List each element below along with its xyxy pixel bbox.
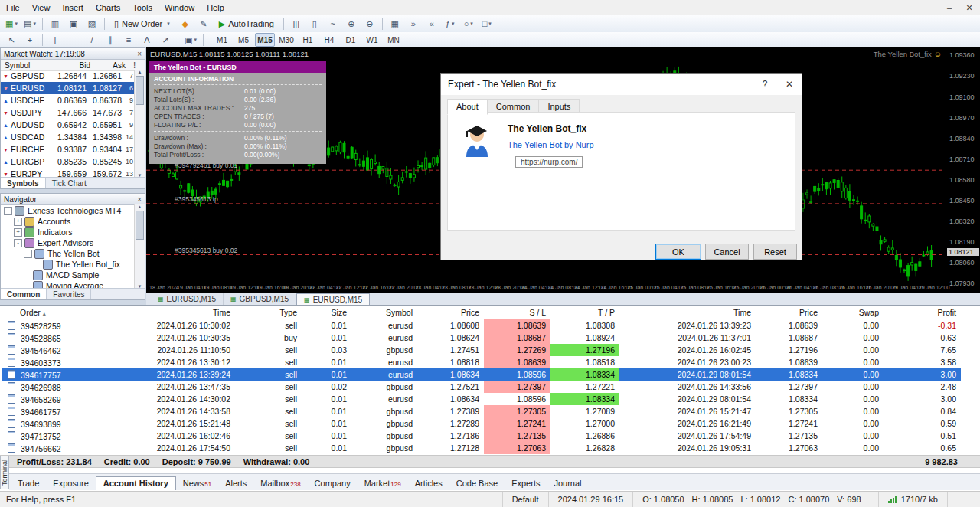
terminal-tab-market[interactable]: Market129	[358, 477, 408, 490]
history-row[interactable]: 3946617572024.01.26 14:33:58sell0.01gbpu…	[2, 405, 961, 417]
navigator-item-the-yellen-bot[interactable]: -The Yellen Bot	[1, 248, 135, 259]
scroll-thumb[interactable]	[136, 76, 144, 105]
reset-button[interactable]: Reset	[753, 244, 797, 260]
market-watch-row[interactable]: ▼EURUSD1.081211.081276	[1, 82, 135, 94]
history-row[interactable]: 3945464622024.01.26 11:10:50sell0.03gbpu…	[2, 344, 961, 356]
trendline-tool-button[interactable]: /	[83, 32, 100, 47]
history-row[interactable]: 3945288652024.01.26 10:30:35buy0.01eurus…	[2, 332, 961, 344]
column-header-profit-11[interactable]: Profit	[884, 306, 961, 319]
metaeditor-button[interactable]: ✎	[195, 16, 212, 31]
tree-toggle-icon[interactable]: -	[24, 250, 32, 258]
chart-shift-button[interactable]: «	[423, 16, 440, 31]
terminal-tab-trade[interactable]: Trade	[11, 477, 46, 490]
terminal-tab-mailbox[interactable]: Mailbox238	[253, 477, 307, 490]
history-row[interactable]: 3947566622024.01.26 17:54:50sell0.01gbpu…	[2, 442, 961, 454]
zoom-in-button[interactable]: ⊕	[343, 16, 360, 31]
navigator-item-the-yellen-bot-fix[interactable]: The Yellen Bot_fix	[1, 259, 135, 270]
column-spread[interactable]: !	[126, 61, 137, 70]
scroll-up-icon[interactable]: ▲	[138, 70, 142, 74]
column-header-symbol-4[interactable]: Symbol	[351, 306, 417, 319]
data-window-toggle-button[interactable]: ▣	[65, 16, 82, 31]
timeframe-m5-button[interactable]: M5	[234, 33, 253, 47]
timeframe-d1-button[interactable]: D1	[341, 33, 361, 47]
terminal-tab-experts[interactable]: Experts	[505, 477, 547, 490]
column-header-s-l-6[interactable]: S / L	[484, 306, 550, 319]
column-symbol[interactable]: Symbol	[1, 61, 55, 70]
status-profile[interactable]: Default	[502, 492, 548, 507]
bot-link[interactable]: The Yellen Bot by Nurp	[508, 140, 594, 149]
crosshair-tool-button[interactable]: +	[21, 32, 38, 47]
navigator-item-macd-sample[interactable]: MACD Sample	[1, 270, 135, 280]
market-watch-row[interactable]: ▼USDJPY147.666147.6737	[1, 106, 135, 119]
column-ask[interactable]: Ask	[90, 61, 126, 70]
text-tool-button[interactable]: A	[139, 32, 155, 47]
auto-scroll-button[interactable]: »	[405, 16, 422, 31]
column-header-size-3[interactable]: Size	[302, 306, 351, 319]
timeframe-m30-button[interactable]: M30	[276, 33, 296, 47]
dialog-help-button[interactable]: ?	[753, 74, 777, 95]
column-header-swap-10[interactable]: Swap	[822, 306, 884, 319]
periods-list-button[interactable]: ○▾	[460, 16, 477, 31]
history-row[interactable]: 3946938992024.01.26 15:21:48sell0.01gbpu…	[2, 417, 961, 430]
navigator-item-accounts[interactable]: +Accounts	[1, 216, 135, 227]
cursor-tool-button[interactable]: ↖	[3, 32, 20, 47]
new-order-button[interactable]: ▯New Order▾	[109, 16, 175, 31]
line-chart-mode-button[interactable]: ~	[325, 16, 341, 31]
history-row[interactable]: 3946177572024.01.26 13:39:24sell0.01euru…	[2, 368, 961, 381]
navigator-scrollbar[interactable]: ▲▼	[134, 204, 145, 289]
cancel-button[interactable]: Cancel	[705, 244, 749, 260]
chart-tab-eurusd-m15-2[interactable]: ▦EURUSD,M15	[296, 293, 370, 305]
price-axis[interactable]: 1.093601.092301.091001.089701.088401.087…	[946, 47, 980, 283]
market-watch-row[interactable]: ▼EURCHF0.933870.9340417	[1, 143, 135, 155]
vertical-line-tool-button[interactable]: |	[47, 32, 64, 47]
close-button[interactable]: ✕	[963, 3, 975, 13]
autotrading-button[interactable]: ▶AutoTrading	[214, 16, 279, 31]
navigator-tab-common[interactable]: Common	[1, 289, 47, 299]
tree-toggle-icon[interactable]: -	[14, 239, 22, 247]
menu-insert[interactable]: Insert	[56, 0, 90, 15]
column-bid[interactable]: Bid	[55, 61, 90, 70]
history-row[interactable]: 3946033732024.01.26 13:30:12sell0.01euru…	[2, 356, 961, 368]
column-header-time-1[interactable]: Time	[95, 306, 235, 319]
menu-charts[interactable]: Charts	[90, 0, 126, 15]
tile-windows-button[interactable]: ▦	[387, 16, 403, 31]
column-header-price-9[interactable]: Price	[756, 306, 822, 319]
navigator-tab-favorites[interactable]: Favorites	[47, 289, 91, 299]
tree-toggle-icon[interactable]: +	[14, 218, 22, 226]
bar-chart-mode-button[interactable]: |||	[288, 16, 305, 31]
market-watch-toggle-button[interactable]: ▥	[47, 16, 64, 31]
bot-url[interactable]: https://nurp.com/	[515, 156, 583, 168]
indicators-list-button[interactable]: ƒ▾	[442, 16, 459, 31]
market-watch-tab-symbols[interactable]: Symbols	[1, 178, 46, 188]
channel-tool-button[interactable]: ∥	[102, 32, 119, 47]
menu-view[interactable]: View	[26, 0, 57, 15]
market-watch-close-icon[interactable]: ×	[137, 50, 142, 58]
column-header-price-5[interactable]: Price	[417, 306, 484, 319]
timeframe-h4-button[interactable]: H4	[319, 33, 339, 47]
column-header-t-p-7[interactable]: T / P	[550, 306, 619, 319]
market-watch-row[interactable]: ▼GBPUSD1.268441.268617	[1, 70, 135, 82]
menu-tools[interactable]: Tools	[126, 0, 158, 15]
terminal-tab-code-base[interactable]: Code Base	[449, 477, 505, 490]
zoom-out-button[interactable]: ⊖	[361, 16, 378, 31]
terminal-tab-company[interactable]: Company	[308, 477, 358, 490]
mql5-community-button[interactable]: ◆	[177, 16, 194, 31]
navigator-close-icon[interactable]: ×	[137, 195, 142, 204]
history-row[interactable]: 3946582692024.01.26 14:30:02sell0.01euru…	[2, 393, 961, 405]
navigator-item-expert-advisors[interactable]: -Expert Advisors	[1, 237, 135, 248]
arrows-tool-button[interactable]: ↗	[157, 32, 174, 47]
column-header-type-2[interactable]: Type	[235, 306, 302, 319]
chart-tab-eurusd-m15-0[interactable]: ▦EURUSD,M15	[151, 293, 224, 305]
templates-list-button[interactable]: □▾	[479, 16, 495, 31]
terminal-side-tab[interactable]: Terminal	[0, 456, 9, 489]
market-watch-tab-tick-chart[interactable]: Tick Chart	[46, 178, 93, 188]
terminal-tab-account-history[interactable]: Account History	[96, 476, 176, 490]
terminal-tab-journal[interactable]: Journal	[547, 477, 588, 490]
chart-tab-gbpusd-m15-1[interactable]: ▦GBPUSD,M15	[224, 293, 296, 305]
navigator-toggle-button[interactable]: ▧	[83, 16, 100, 31]
time-axis[interactable]: 18 Jan 202419 Jan 04:0019 Jan 08:0019 Ja…	[146, 283, 946, 293]
profiles-button[interactable]: ▤▾	[21, 16, 38, 31]
timeframe-w1-button[interactable]: W1	[362, 33, 382, 47]
menu-window[interactable]: Window	[158, 0, 201, 15]
minimize-button[interactable]: –	[943, 3, 956, 12]
